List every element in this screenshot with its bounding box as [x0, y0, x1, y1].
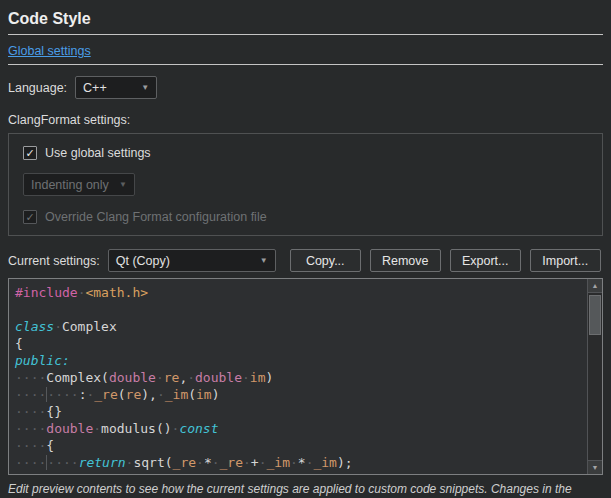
code-token: · [157, 387, 165, 402]
code-token: _re [173, 455, 196, 470]
code-line [15, 301, 587, 318]
code-token: ···· [15, 404, 46, 419]
override-config-checkbox: ✓ Override Clang Format configuration fi… [23, 210, 588, 224]
code-token: _im [313, 455, 336, 470]
code-token: ···· [15, 421, 46, 436]
scrollbar-thumb[interactable] [589, 295, 601, 335]
formatting-mode-value: Indenting only [31, 178, 109, 192]
code-token: ); [337, 455, 353, 470]
export-button[interactable]: Export... [450, 249, 521, 272]
check-icon: ✓ [23, 210, 37, 224]
use-global-settings-checkbox[interactable]: ✓ Use global settings [23, 146, 588, 160]
language-select-value: C++ [83, 81, 107, 95]
copy-button[interactable]: Copy... [290, 249, 361, 272]
chevron-down-icon: ▼ [260, 256, 268, 265]
vertical-scrollbar[interactable]: ▲ ▼ [587, 279, 602, 474]
override-config-label: Override Clang Format configuration file [45, 210, 267, 224]
code-line: ····{} [15, 403, 587, 420]
code-token: · [242, 370, 250, 385]
remove-button[interactable]: Remove [370, 249, 441, 272]
code-token: ( [118, 387, 126, 402]
code-token: #include [15, 285, 78, 300]
current-settings-label: Current settings: [8, 254, 100, 268]
scroll-up-icon[interactable]: ▲ [588, 279, 602, 293]
code-token: modulus() [101, 421, 171, 436]
code-token: return [79, 455, 126, 470]
code-token: {} [46, 404, 62, 419]
code-token: double [46, 421, 93, 436]
code-token: ) [266, 370, 274, 385]
code-token: · [212, 455, 220, 470]
code-area[interactable]: #include·<math.h> class·Complex{public:·… [9, 279, 587, 474]
code-token: · [156, 370, 164, 385]
link-separator [8, 64, 603, 65]
code-token: ···· [15, 455, 46, 470]
code-token: double [195, 370, 242, 385]
use-global-settings-label: Use global settings [45, 146, 151, 160]
code-token: ···· [46, 455, 78, 470]
code-token: { [15, 336, 23, 351]
code-token: const [179, 421, 218, 436]
chevron-down-icon: ▼ [141, 83, 149, 92]
code-token: ···· [15, 370, 46, 385]
import-button[interactable]: Import... [530, 249, 601, 272]
footer-hint-text: Edit preview contents to see how the cur… [8, 482, 603, 498]
code-token: _re [220, 455, 243, 470]
code-token: * [204, 455, 212, 470]
language-row: Language: C++ ▼ [8, 76, 603, 99]
language-label: Language: [8, 81, 67, 95]
code-token: * [298, 455, 306, 470]
code-line: ····{ [15, 437, 587, 454]
language-select[interactable]: C++ ▼ [75, 76, 157, 99]
code-token: ), [141, 387, 157, 402]
code-token: _re [94, 387, 117, 402]
code-token: _im [267, 455, 290, 470]
title-separator [8, 34, 603, 35]
page-title: Code Style [8, 10, 603, 28]
code-token: _im [165, 387, 188, 402]
check-icon: ✓ [23, 146, 37, 160]
code-token: + [251, 455, 259, 470]
clangformat-section-label: ClangFormat settings: [8, 113, 603, 127]
code-token: · [259, 455, 267, 470]
code-line: class·Complex [15, 318, 587, 335]
code-token: sqrt( [133, 455, 172, 470]
code-token: { [46, 438, 54, 453]
chevron-down-icon: ▼ [119, 180, 127, 189]
code-token: ( [188, 387, 196, 402]
code-line: public: [15, 352, 587, 369]
code-token: ) [212, 387, 220, 402]
code-token: public: [15, 353, 70, 368]
current-settings-row: Current settings: Qt (Copy) ▼ Copy... Re… [8, 249, 603, 272]
code-token: · [93, 421, 101, 436]
current-settings-select[interactable]: Qt (Copy) ▼ [108, 249, 276, 272]
code-token: · [187, 370, 195, 385]
code-token: double [109, 370, 156, 385]
code-token: ···· [15, 387, 46, 402]
current-settings-value: Qt (Copy) [116, 254, 170, 268]
code-token: Complex( [46, 370, 109, 385]
code-token: im [250, 370, 266, 385]
code-token: re [164, 370, 180, 385]
code-token: Complex [62, 319, 117, 334]
code-token: ···· [15, 438, 46, 453]
code-line: #include·<math.h> [15, 284, 587, 301]
clangformat-groupbox: ✓ Use global settings Indenting only ▼ ✓… [8, 133, 603, 236]
code-line: ····double·modulus()·const [15, 420, 587, 437]
code-line: { [15, 335, 587, 352]
code-token: · [196, 455, 204, 470]
code-line: ····Complex(double·re,·double·im) [15, 369, 587, 386]
code-preview-editor[interactable]: #include·<math.h> class·Complex{public:·… [8, 278, 603, 475]
code-token: im [196, 387, 212, 402]
code-token: re [126, 387, 142, 402]
code-token: · [54, 319, 62, 334]
global-settings-link[interactable]: Global settings [8, 44, 91, 58]
code-line: ········:·_re(re),·_im(im) [15, 386, 587, 403]
formatting-mode-select: Indenting only ▼ [23, 173, 135, 196]
code-token: class [15, 319, 54, 334]
code-token: · [290, 455, 298, 470]
scroll-down-icon[interactable]: ▼ [588, 460, 602, 474]
code-token: ···· [46, 387, 78, 402]
code-line: ········return·sqrt(_re·*·_re·+·_im·*·_i… [15, 454, 587, 471]
code-token: <math.h> [85, 285, 148, 300]
